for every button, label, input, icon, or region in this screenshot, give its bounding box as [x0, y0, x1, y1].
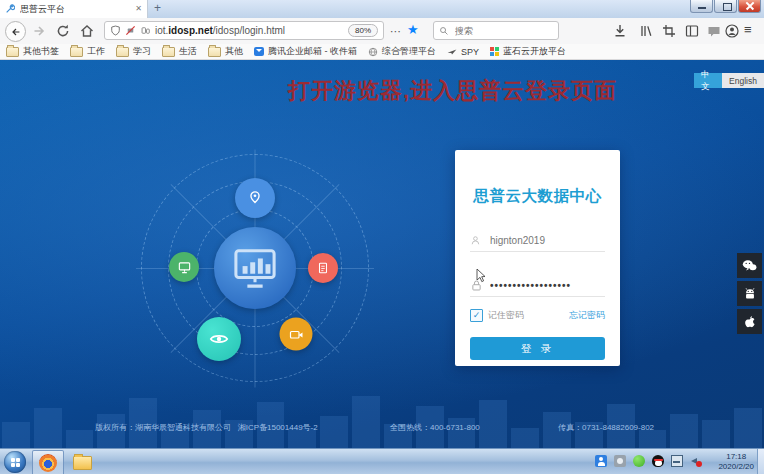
- city-skyline: [0, 390, 764, 448]
- site-info-icon[interactable]: [140, 25, 151, 36]
- user-icon: [470, 234, 481, 247]
- bookmark-star-icon[interactable]: ★: [407, 22, 419, 37]
- document-icon: [316, 261, 330, 275]
- android-button[interactable]: [737, 281, 762, 306]
- footer-fax: 传真：0731-84882609-802: [558, 422, 654, 433]
- bookmark-tencent-mail[interactable]: 腾讯企业邮箱 - 收件箱: [254, 45, 357, 58]
- folder-icon: [116, 47, 129, 57]
- bookmark-folder-life[interactable]: 生活: [162, 45, 197, 58]
- footer-copyright: 版权所有：湖南华辰智通科技有限公司 湘ICP备15001449号-2: [95, 422, 318, 433]
- minimize-icon: [698, 7, 706, 9]
- remember-checkbox[interactable]: ✓: [470, 309, 483, 322]
- tray-volume-muted-icon[interactable]: [690, 455, 702, 467]
- reload-button[interactable]: [55, 23, 71, 39]
- dashboard-hub-circle: [214, 227, 296, 309]
- forgot-password-link[interactable]: 忘记密码: [569, 309, 605, 322]
- minimize-button[interactable]: [690, 0, 713, 13]
- taskbar-explorer-button[interactable]: [66, 450, 98, 474]
- search-input[interactable]: [453, 25, 547, 37]
- username-field[interactable]: [470, 229, 605, 252]
- sidebar-toggle-button[interactable]: [684, 23, 700, 39]
- clock-date: 2020/2/20: [718, 462, 754, 472]
- page-actions-icon[interactable]: ⋯: [390, 25, 401, 38]
- eye-icon: [208, 328, 230, 350]
- grid-icon: [490, 47, 499, 56]
- windows-logo-icon: [11, 458, 20, 467]
- monitoring-circle: [197, 317, 241, 361]
- annotation-text: 打开游览器,进入思普云登录页面: [288, 76, 617, 106]
- monitor-chart-icon: [232, 247, 278, 289]
- zoom-indicator[interactable]: 80%: [348, 24, 378, 37]
- login-options: ✓ 记住密码 忘记密码: [470, 309, 605, 322]
- apple-button[interactable]: [737, 309, 762, 334]
- tray-network-icon[interactable]: [671, 455, 683, 467]
- tab-title: 思普云平台: [20, 3, 130, 16]
- folder-icon: [70, 47, 83, 57]
- tracking-shield-icon[interactable]: [110, 25, 121, 36]
- wechat-button[interactable]: [737, 253, 762, 278]
- taskbar-clock[interactable]: 17:18 2020/2/20: [718, 452, 754, 472]
- bookmark-folder-other[interactable]: 其他书签: [6, 45, 59, 58]
- username-input[interactable]: [488, 234, 605, 247]
- back-button[interactable]: [5, 21, 26, 42]
- search-bar[interactable]: [433, 21, 559, 40]
- mouse-cursor: [476, 269, 488, 283]
- navigation-toolbar: iot.idosp.net/idosp/login.html 80% ⋯ ★ ≡: [0, 18, 764, 45]
- location-circle: [235, 178, 275, 218]
- apple-icon: [743, 315, 757, 329]
- browser-tab[interactable]: 思普云平台 ✕: [0, 0, 148, 18]
- firefox-icon: [39, 454, 57, 472]
- bookmark-lanshi-cloud[interactable]: 蓝石云开放平台: [490, 45, 566, 58]
- browser-window: 思普云平台 ✕ + iot.idosp.net/idosp/login.html…: [0, 0, 764, 474]
- spy-icon: [447, 47, 457, 57]
- mail-icon: [254, 47, 264, 56]
- tray-recorder-icon[interactable]: [614, 455, 626, 467]
- tray-messenger-icon[interactable]: [633, 455, 645, 467]
- explorer-folder-icon: [73, 456, 92, 470]
- lang-chinese-button[interactable]: 中文: [694, 73, 722, 88]
- remember-password[interactable]: ✓ 记住密码: [470, 309, 524, 322]
- url-bar[interactable]: iot.idosp.net/idosp/login.html 80%: [104, 21, 384, 40]
- footer-hotline: 全国热线：400-6731-800: [390, 422, 480, 433]
- tray-notification-icon[interactable]: [595, 455, 607, 467]
- bookmarks-bar: 其他书签 工作 学习 生活 其他 腾讯企业邮箱 - 收件箱 综合管理平台 SPY…: [0, 44, 764, 60]
- screenshot-crop-button[interactable]: [661, 23, 677, 39]
- login-button[interactable]: 登 录: [470, 337, 605, 360]
- device-circle: [169, 252, 199, 282]
- restore-button[interactable]: [714, 0, 737, 13]
- show-desktop-button[interactable]: [757, 449, 764, 474]
- android-icon: [743, 287, 757, 301]
- url-text[interactable]: iot.idosp.net/idosp/login.html: [155, 25, 344, 36]
- messages-bubble-icon[interactable]: [706, 23, 722, 39]
- report-circle: [308, 253, 338, 283]
- downloads-button[interactable]: [612, 23, 628, 39]
- home-button[interactable]: [79, 23, 95, 39]
- float-buttons: [737, 253, 762, 334]
- blocked-content-icon[interactable]: [125, 25, 136, 36]
- tab-close-icon[interactable]: ✕: [135, 5, 142, 13]
- bookmark-folder-study[interactable]: 学习: [116, 45, 151, 58]
- folder-icon: [208, 47, 221, 57]
- bookmark-admin-platform[interactable]: 综合管理平台: [368, 45, 436, 58]
- tray-qq-icon[interactable]: [652, 455, 664, 467]
- start-button[interactable]: [4, 451, 26, 473]
- tab-favicon-icon: [5, 4, 15, 14]
- account-button[interactable]: [724, 23, 740, 39]
- lang-english-button[interactable]: English: [722, 73, 764, 88]
- taskbar: 17:18 2020/2/20: [0, 448, 764, 474]
- menu-button[interactable]: ≡: [744, 22, 752, 37]
- bookmark-folder-work[interactable]: 工作: [70, 45, 105, 58]
- language-toggle: 中文 English: [694, 73, 764, 88]
- library-button[interactable]: [638, 23, 654, 39]
- taskbar-firefox-button[interactable]: [32, 450, 64, 474]
- globe-icon: [368, 47, 378, 57]
- titlebar: 思普云平台 ✕ +: [0, 0, 764, 19]
- video-camera-icon: [288, 326, 304, 342]
- new-tab-button[interactable]: +: [154, 1, 161, 15]
- password-field[interactable]: ••••••••••••••••••: [470, 274, 605, 297]
- close-button[interactable]: [738, 0, 761, 13]
- forward-button[interactable]: [31, 23, 47, 39]
- bookmark-folder-misc[interactable]: 其他: [208, 45, 243, 58]
- bookmark-spy[interactable]: SPY: [447, 47, 479, 57]
- login-card: 思普云大数据中心 •••••••••••••••••• ✓ 记住密码 忘记密码 …: [455, 150, 620, 366]
